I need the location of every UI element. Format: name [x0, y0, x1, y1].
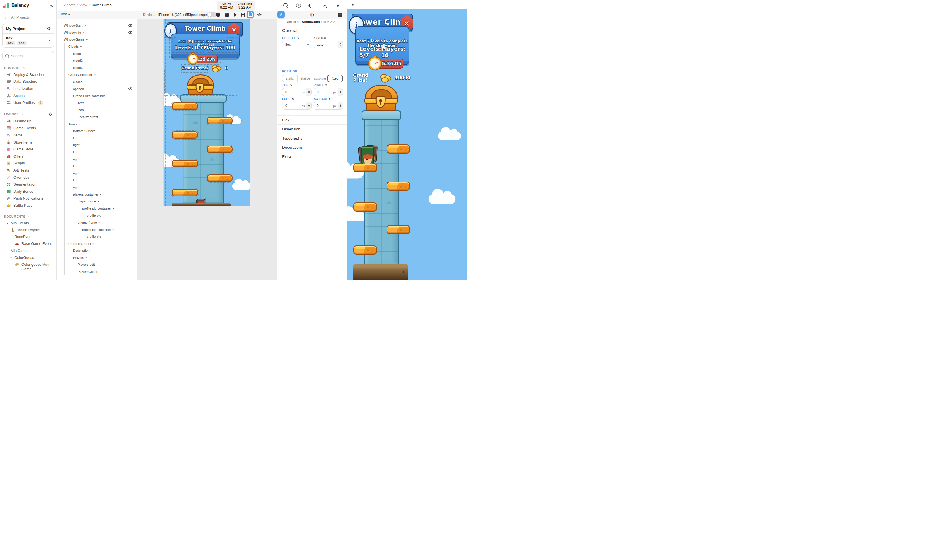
tree-item-profile-pic[interactable]: profile-pic — [56, 212, 137, 219]
collapse-right-icon[interactable]: » — [335, 2, 341, 8]
tree-item-opened[interactable]: opened — [56, 85, 137, 92]
tree-item-cloud2[interactable]: cloud2 — [56, 57, 137, 65]
tree-item-grand-prize-container[interactable]: Grand Prize container› — [56, 92, 137, 100]
tree-item-profile-pic-container[interactable]: profile-pic-container› — [56, 205, 137, 212]
user-account-icon[interactable] — [322, 2, 328, 8]
time-widget[interactable]: GMT+08:22 AM GAME TIME8:22 AM — [217, 1, 256, 11]
eye-off-icon[interactable] — [128, 23, 133, 28]
tree-item-chest-container[interactable]: Chest Container› — [56, 71, 137, 78]
tree-item-right[interactable]: right — [56, 184, 137, 191]
tree-item-windowgame[interactable]: WindowGame› — [56, 36, 137, 43]
sidebar-item-data-structure[interactable]: Data Structure — [0, 78, 56, 85]
save-button[interactable] — [240, 12, 246, 18]
section-header[interactable]: CONTROL› — [0, 65, 56, 71]
tree-item-left[interactable]: left — [56, 149, 137, 156]
copy-button[interactable] — [216, 12, 221, 18]
sidebar-item-offers[interactable]: Offers — [0, 153, 56, 160]
document-item[interactable]: ›MiniGames — [0, 248, 56, 254]
tree-item-players[interactable]: Players› — [56, 254, 137, 262]
tree-item-player-frame[interactable]: player-frame› — [56, 198, 137, 205]
breadcrumb-item[interactable]: Assets — [64, 3, 75, 7]
search-icon[interactable] — [282, 2, 288, 8]
tree-item-playerscount[interactable]: PlayersCount — [56, 268, 137, 275]
document-item[interactable]: ›MiniEvents — [0, 220, 56, 226]
sidebar-item-battle-pass[interactable]: Battle Pass — [0, 202, 56, 209]
right-stepper[interactable] — [337, 88, 343, 95]
tree-item-icon[interactable]: Icon — [56, 106, 137, 114]
tree-item-left[interactable]: left — [56, 135, 137, 142]
remove-top-icon[interactable]: ✕ — [290, 84, 293, 87]
phone-preview[interactable]: Tower Climb i ✕ Beat {0} levels to compl… — [164, 19, 250, 206]
preview-collapse-button[interactable]: « — [352, 2, 354, 8]
project-settings-button[interactable]: ⚙ — [44, 24, 54, 34]
chevron-down-icon[interactable]: › — [112, 229, 115, 230]
sidebar-item-push-notifications[interactable]: Push Notifications — [0, 195, 56, 202]
sidebar-item-deploy-branches[interactable]: Deploy & Branches — [0, 71, 56, 78]
sidebar-item-game-store[interactable]: Game Store — [0, 146, 56, 153]
document-item[interactable]: ›ColorGuess — [0, 254, 56, 261]
chevron-right-icon[interactable]: › — [85, 24, 86, 27]
tree-item-localized-text[interactable]: Localized-text — [56, 114, 137, 121]
tree-item-description[interactable]: Description — [56, 247, 137, 254]
tree-item-players-left[interactable]: Players Left — [56, 261, 137, 268]
tree-item-closed[interactable]: closed — [56, 78, 137, 86]
top-stepper[interactable] — [306, 88, 311, 95]
chevron-down-icon[interactable]: › — [80, 46, 83, 47]
chevron-down-icon[interactable]: › — [112, 208, 115, 209]
tree-item-profile-pic[interactable]: profile-pic — [56, 233, 137, 240]
right-input[interactable]: 0px — [314, 88, 343, 96]
inspector-section-typography[interactable]: Typography — [277, 134, 347, 143]
position-option-absolute[interactable]: absolute — [313, 75, 328, 82]
left-input[interactable]: 0px — [282, 102, 311, 109]
tree-item-players-container[interactable]: players-container› — [56, 191, 137, 198]
section-settings-icon[interactable]: ⚙ — [49, 112, 52, 116]
top-input[interactable]: 0px — [282, 88, 311, 96]
tree-item-enemy-frame[interactable]: enemy-frame› — [56, 219, 137, 226]
chevron-down-icon[interactable]: › — [92, 243, 95, 244]
tree-item-profile-pic-container[interactable]: profile-pic-container› — [56, 226, 137, 233]
tree-item-right[interactable]: right — [56, 142, 137, 149]
bottom-input[interactable]: 0px — [314, 102, 343, 109]
paste-button[interactable] — [224, 12, 230, 18]
position-option-relative[interactable]: relative — [297, 75, 313, 82]
chevron-right-icon[interactable]: › — [83, 31, 84, 34]
dark-mode-moon-icon[interactable] — [309, 2, 314, 8]
remove-bottom-icon[interactable]: ✕ — [329, 97, 331, 100]
chevron-down-icon[interactable]: › — [106, 95, 109, 96]
inspector-section-extra[interactable]: Extra — [277, 152, 347, 161]
tree-item-bottom-surface[interactable]: Bottom Surface — [56, 128, 137, 135]
chevron-down-icon[interactable]: › — [85, 39, 89, 40]
chevron-down-icon[interactable]: › — [99, 194, 102, 195]
document-item[interactable]: Color guess Mini Game — [0, 261, 56, 273]
display-select[interactable]: flex› — [282, 41, 311, 48]
zindex-input[interactable]: auto — [314, 41, 344, 48]
sidebar-item-store-items[interactable]: $Store Items — [0, 139, 56, 146]
tree-item-right[interactable]: right — [56, 155, 137, 163]
code-view-button[interactable]: </> — [256, 12, 262, 18]
tree-item-text[interactable]: Text — [56, 100, 137, 107]
remove-display-icon[interactable]: ✕ — [297, 37, 300, 40]
left-stepper[interactable] — [306, 102, 311, 109]
remove-left-icon[interactable]: ✕ — [291, 97, 294, 100]
scroll-left-chevron[interactable]: ‹ — [402, 268, 405, 275]
sidebar-item-items[interactable]: Items — [0, 132, 56, 139]
tree-item-progress-panel[interactable]: Progress Panel› — [56, 240, 137, 247]
eye-off-icon[interactable] — [128, 30, 133, 35]
section-header[interactable]: LIVEOPS›⚙ — [0, 111, 56, 118]
sidebar-item-segmentation[interactable]: Segmentation — [0, 181, 56, 188]
sidebar-item-a-b-tests[interactable]: A/B Tests — [0, 167, 56, 174]
style-brush-button[interactable]: ✎ — [277, 11, 285, 18]
select-tool-button[interactable] — [246, 11, 254, 18]
documents-section-header[interactable]: DOCUMENTS › — [0, 214, 56, 220]
document-item[interactable]: Battle Royale — [0, 226, 56, 233]
chevron-down-icon[interactable]: › — [97, 201, 100, 202]
zindex-stepper[interactable] — [338, 41, 343, 48]
tree-item-left[interactable]: left — [56, 163, 137, 170]
tree-item-tower[interactable]: Tower› — [56, 120, 137, 128]
settings-button[interactable]: ⚙ — [309, 12, 315, 18]
tree-item-right[interactable]: right — [56, 169, 137, 177]
sidebar-collapse-button[interactable]: « — [50, 3, 53, 8]
sidebar-item-scripts[interactable]: Scripts — [0, 160, 56, 167]
remove-right-icon[interactable]: ✕ — [325, 84, 327, 87]
help-icon[interactable]: ? — [296, 2, 301, 8]
